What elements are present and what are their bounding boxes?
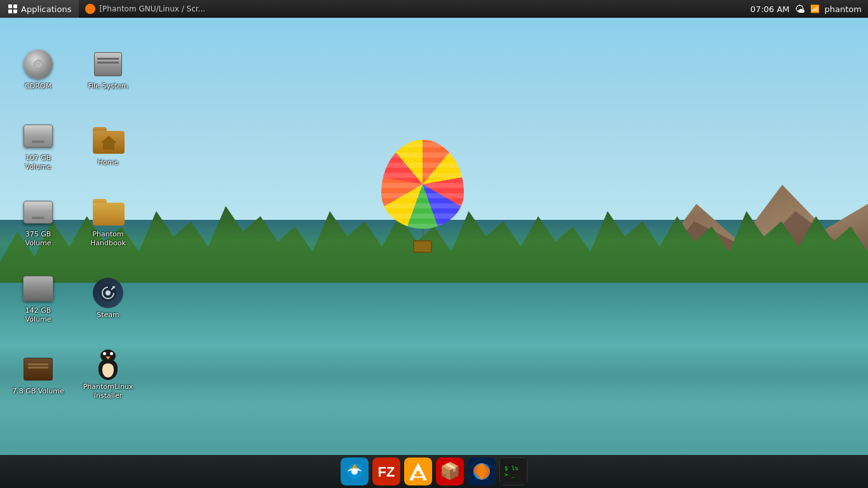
thunderbird-taskbar-icon[interactable] — [341, 458, 369, 485]
home-label: Home — [98, 158, 118, 167]
steam-logo — [93, 278, 123, 308]
svg-rect-1 — [13, 4, 17, 8]
svg-point-10 — [351, 468, 358, 475]
tux-right-eye — [110, 352, 113, 355]
svg-rect-16 — [413, 478, 423, 480]
tux-body — [98, 360, 118, 380]
volume78-icon — [23, 354, 53, 384]
username-label: phantom — [825, 4, 862, 14]
cdrom-icon-item[interactable]: CDROM — [6, 32, 70, 108]
volume142-icon — [23, 273, 53, 304]
volume142-icon-item[interactable]: 142 GB Volume — [6, 261, 70, 337]
volume107-icon-item[interactable]: 107 GB Volume — [6, 108, 70, 184]
vlc-taskbar-icon[interactable] — [404, 458, 432, 485]
volume375-icon — [23, 197, 53, 227]
volume78-label: 7.8 GB Volume — [12, 387, 64, 396]
steam-label: Steam — [97, 311, 119, 320]
home-icon-item[interactable]: Home — [76, 108, 140, 184]
balloon-basket — [413, 240, 432, 253]
filesystem-icon-item[interactable]: File System — [76, 32, 140, 108]
svg-rect-3 — [13, 10, 17, 13]
applications-menu[interactable]: Applications — [0, 0, 79, 18]
taskbar: FZ 📦 $ ls > _ — [0, 455, 868, 488]
svg-point-7 — [112, 286, 115, 288]
clock-display: 07:06 AM — [750, 4, 790, 14]
filesystem-icon — [93, 49, 123, 79]
phantom-handbook-label: Phantom Handbook — [90, 230, 126, 248]
cdrom-disc — [24, 50, 53, 79]
balloon-body — [381, 140, 464, 229]
desktop-icons-container: CDROM File System 107 GB Volume Home — [0, 25, 153, 488]
svg-text:FZ: FZ — [378, 464, 395, 480]
folder-body — [93, 203, 125, 226]
panel-left: Applications [Phantom GNU/Linux / Scr... — [0, 0, 750, 18]
filesystem-label: File System — [88, 82, 128, 91]
applications-label: Applications — [21, 4, 71, 14]
tux-head — [100, 349, 116, 362]
cdrom-label: CDROM — [25, 82, 51, 91]
svg-point-6 — [105, 290, 111, 295]
active-window-button[interactable]: [Phantom GNU/Linux / Scr... — [79, 0, 212, 18]
signal-icon: 📶 — [810, 4, 820, 13]
home-icon — [93, 125, 123, 156]
volume142-label: 142 GB Volume — [25, 306, 51, 325]
window-favicon — [85, 4, 95, 14]
svg-point-17 — [416, 471, 420, 475]
volume375-icon-item[interactable]: 375 GB Volume — [6, 184, 70, 261]
balloon — [381, 140, 464, 248]
window-title: [Phantom GNU/Linux / Scr... — [99, 4, 205, 13]
top-panel: Applications [Phantom GNU/Linux / Scr...… — [0, 0, 868, 18]
panel-right: 07:06 AM 🌤 📶 phantom — [750, 3, 868, 15]
phantom-handbook-icon-item[interactable]: Phantom Handbook — [76, 184, 140, 261]
balloon-stripes — [381, 140, 464, 229]
svg-text:$ ls: $ ls — [505, 465, 519, 471]
tux-left-eye — [103, 352, 106, 355]
balloon-rope — [423, 229, 423, 238]
steam-icon — [93, 278, 123, 308]
weather-icon: 🌤 — [795, 3, 805, 15]
svg-text:> _: > _ — [505, 471, 515, 478]
tux-belly — [102, 363, 114, 377]
phantomlinux-installer-label: PhantomLinux Installer — [83, 383, 133, 401]
cdrom-icon — [23, 49, 53, 79]
phantomlinux-installer-icon-item[interactable]: PhantomLinux Installer — [76, 337, 140, 413]
volume78-icon-item[interactable]: 7.8 GB Volume — [6, 337, 70, 413]
volume78-ssd — [24, 358, 53, 381]
svg-text:📦: 📦 — [440, 461, 461, 481]
volume142-drive — [23, 276, 53, 301]
svg-rect-2 — [8, 10, 12, 13]
svg-rect-0 — [8, 4, 12, 8]
svg-point-4 — [87, 6, 93, 12]
phantomlinux-installer-icon — [93, 349, 123, 380]
terminal-taskbar-icon[interactable]: $ ls > _ — [499, 458, 527, 485]
phantom-handbook-icon — [93, 197, 123, 227]
filesystem-drive — [94, 52, 122, 76]
home-house-symbol — [100, 136, 117, 150]
volume107-drive — [24, 125, 53, 147]
volume375-drive — [24, 201, 53, 224]
filezilla-taskbar-icon[interactable]: FZ — [372, 458, 400, 485]
volume107-label: 107 GB Volume — [25, 154, 51, 172]
gdebi-taskbar-icon[interactable]: 📦 — [436, 458, 464, 485]
tux-beak — [105, 356, 111, 360]
home-folder — [93, 127, 123, 154]
home-folder-body — [93, 131, 125, 154]
applications-icon — [8, 4, 18, 14]
tux-penguin — [95, 349, 121, 380]
volume107-icon — [23, 121, 53, 151]
phantom-handbook-folder — [93, 199, 123, 226]
volume375-label: 375 GB Volume — [25, 230, 51, 248]
steam-icon-item[interactable]: Steam — [76, 261, 140, 337]
firefox-taskbar-icon[interactable] — [468, 458, 496, 485]
